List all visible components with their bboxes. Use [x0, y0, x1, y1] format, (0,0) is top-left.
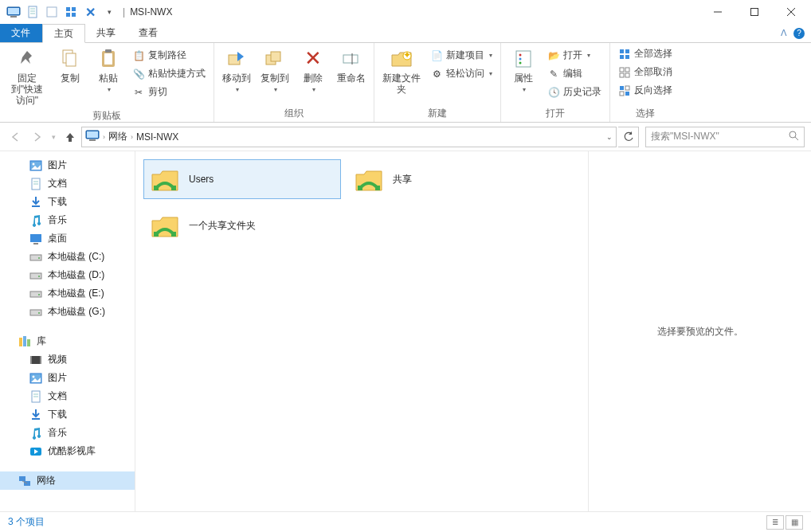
address-bar[interactable]: › 网络 › MSI-NWX ⌄: [81, 127, 617, 147]
address-history-icon[interactable]: ⌄: [606, 133, 613, 141]
nav-item[interactable]: 本地磁盘 (G:): [0, 303, 135, 321]
svg-rect-17: [66, 53, 76, 66]
ribbon-group-open: 属性▾ 📂打开▾ ✎编辑 🕓历史记录 打开: [501, 43, 610, 122]
nav-item[interactable]: 本地磁盘 (C:): [0, 248, 135, 266]
delete-button[interactable]: ✕ 删除▾: [296, 45, 331, 95]
paste-button[interactable]: 粘贴 ▾: [91, 45, 126, 95]
nav-lib-item[interactable]: 视频: [0, 350, 135, 369]
history-button[interactable]: 🕓历史记录: [544, 84, 605, 100]
back-button[interactable]: [6, 127, 25, 147]
breadcrumb-network[interactable]: 网络: [108, 130, 127, 143]
nav-item[interactable]: 文档: [0, 174, 135, 193]
search-input[interactable]: 搜索"MSI-NWX": [645, 127, 805, 147]
tab-file[interactable]: 文件: [0, 24, 42, 42]
nav-lib-item[interactable]: 文档: [0, 387, 135, 405]
close-x-icon[interactable]: ✕: [81, 3, 99, 21]
up-button[interactable]: [61, 127, 80, 147]
invert-selection-button[interactable]: 反向选择: [615, 83, 676, 98]
history-icon: 🕓: [547, 86, 560, 99]
nav-item[interactable]: 音乐: [0, 211, 135, 229]
breadcrumb-current[interactable]: MSI-NWX: [136, 131, 178, 143]
breadcrumb-sep-icon[interactable]: ›: [101, 133, 107, 141]
copy-button[interactable]: 复制: [53, 45, 88, 86]
help-icon[interactable]: ?: [793, 28, 805, 39]
svg-rect-34: [620, 55, 624, 59]
window-title: MSI-NWX: [130, 6, 172, 18]
cut-icon: ✂: [132, 86, 145, 99]
ribbon: 固定到"快速访问" 复制 粘贴 ▾ 📋复制路径 📎粘贴快捷方式 ✂剪切 剪贴板: [0, 43, 811, 123]
properties-button[interactable]: 属性▾: [506, 45, 541, 95]
doc-icon: [29, 178, 43, 190]
file-item[interactable]: 共享: [347, 159, 545, 199]
view-large-icons-button[interactable]: ▦: [786, 515, 803, 530]
select-none-button[interactable]: 全部取消: [615, 65, 676, 80]
nav-lib-item[interactable]: 图片: [0, 369, 135, 387]
copy-path-button[interactable]: 📋复制路径: [129, 48, 209, 63]
edit-button[interactable]: ✎编辑: [544, 66, 605, 81]
new-folder-button[interactable]: ✦ 新建文件夹: [379, 45, 424, 97]
svg-rect-35: [625, 55, 629, 59]
collapse-ribbon-icon[interactable]: ᐱ: [781, 28, 787, 38]
navigation-pane[interactable]: 图片文档下载音乐桌面本地磁盘 (C:)本地磁盘 (D:)本地磁盘 (E:)本地磁…: [0, 151, 135, 511]
file-item[interactable]: 一个共享文件夹: [143, 205, 341, 245]
recent-dropdown-button[interactable]: ▾: [48, 127, 59, 147]
nav-item[interactable]: 本地磁盘 (D:): [0, 266, 135, 284]
svg-point-72: [33, 375, 35, 377]
new-item-button[interactable]: 📄新建项目▾: [427, 48, 496, 63]
svg-rect-56: [33, 243, 38, 244]
svg-point-31: [519, 62, 522, 65]
status-item-count: 3 个项目: [8, 515, 45, 529]
open-button[interactable]: 📂打开▾: [544, 48, 605, 63]
refresh-button[interactable]: [618, 127, 639, 147]
computer-icon[interactable]: [5, 3, 22, 21]
doc-icon[interactable]: [24, 3, 41, 21]
tab-share[interactable]: 共享: [85, 24, 127, 42]
view-details-button[interactable]: ≣: [766, 515, 784, 530]
nav-lib-item[interactable]: 优酷影视库: [0, 442, 135, 460]
maximize-button[interactable]: [736, 0, 773, 24]
nav-network[interactable]: 网络: [0, 471, 135, 490]
tab-view[interactable]: 查看: [127, 24, 170, 42]
minimize-button[interactable]: [699, 0, 736, 24]
svg-rect-59: [30, 273, 41, 279]
svg-rect-1: [8, 8, 19, 14]
ribbon-group-clipboard: 固定到"快速访问" 复制 粘贴 ▾ 📋复制路径 📎粘贴快捷方式 ✂剪切 剪贴板: [0, 43, 214, 122]
nav-lib-item[interactable]: 音乐: [0, 424, 135, 442]
new-window-icon[interactable]: [43, 3, 61, 21]
paste-shortcut-icon: 📎: [132, 68, 145, 80]
nav-lib-item[interactable]: 下载: [0, 405, 135, 424]
file-item[interactable]: Users: [143, 159, 341, 199]
nav-item[interactable]: 下载: [0, 193, 135, 211]
nav-item-label: 桌面: [48, 232, 67, 245]
chevron-down-icon: ▾: [489, 70, 492, 77]
content-pane[interactable]: Users共享一个共享文件夹: [135, 151, 588, 511]
paste-shortcut-button[interactable]: 📎粘贴快捷方式: [129, 66, 209, 81]
svg-rect-46: [89, 139, 96, 141]
qat-dropdown-icon[interactable]: ▾: [100, 3, 118, 21]
breadcrumb-sep-icon[interactable]: ›: [129, 133, 135, 141]
rename-button[interactable]: 重命名: [334, 45, 369, 86]
copy-to-button[interactable]: 复制到▾: [257, 45, 292, 95]
drive-icon: [29, 288, 43, 300]
tab-home[interactable]: 主页: [42, 24, 85, 43]
svg-rect-28: [516, 51, 531, 67]
move-to-button[interactable]: 移动到▾: [219, 45, 254, 95]
search-placeholder: 搜索"MSI-NWX": [651, 130, 719, 143]
nav-item[interactable]: 桌面: [0, 229, 135, 248]
nav-item-label: 下载: [48, 195, 67, 209]
nav-library-header[interactable]: 库: [0, 332, 135, 350]
nav-item-label: 视频: [48, 353, 67, 366]
easy-access-button[interactable]: ⚙轻松访问▾: [427, 66, 496, 81]
pin-icon: [14, 46, 40, 72]
forward-button[interactable]: [27, 127, 46, 147]
properties-icon: [511, 46, 536, 72]
close-button[interactable]: [773, 0, 809, 24]
view-tiles-icon[interactable]: [62, 3, 80, 21]
pin-to-quick-access-button[interactable]: 固定到"快速访问": [5, 45, 49, 108]
svg-rect-7: [47, 7, 57, 17]
nav-item[interactable]: 本地磁盘 (E:): [0, 284, 135, 303]
select-all-button[interactable]: 全部选择: [615, 46, 676, 61]
nav-item[interactable]: 图片: [0, 156, 135, 174]
cut-button[interactable]: ✂剪切: [129, 84, 209, 100]
svg-rect-67: [27, 339, 30, 346]
